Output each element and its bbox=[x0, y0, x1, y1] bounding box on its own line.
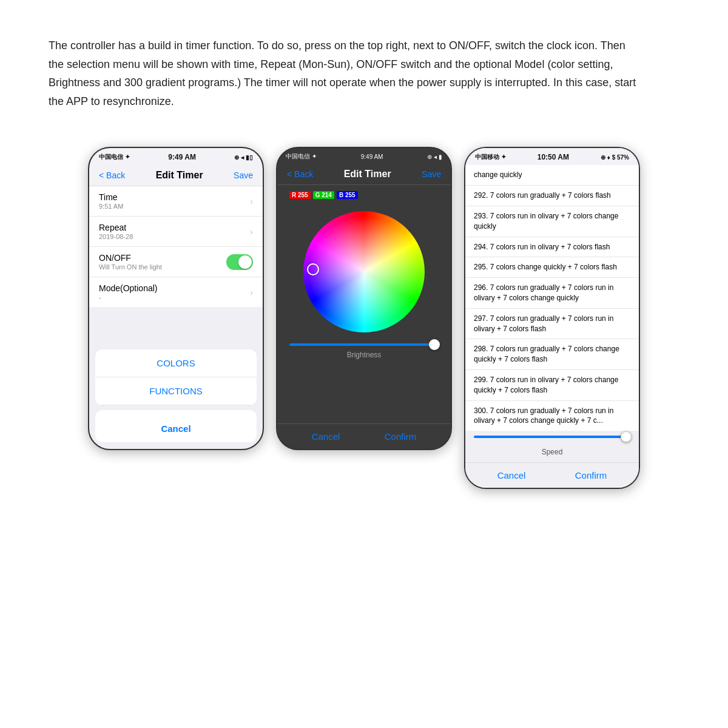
program-item-300[interactable]: 300. 7 colors run gradually + 7 colors r… bbox=[465, 401, 639, 431]
phone3-speed-section: Speed bbox=[465, 431, 639, 462]
phone2-time: 9:49 AM bbox=[361, 153, 383, 160]
phone3-confirm-button[interactable]: Confirm bbox=[575, 470, 607, 480]
phone1-time-arrow: › bbox=[250, 197, 253, 206]
phones-container: 中国电信 ✦ 9:49 AM ⊕ ◂ ▮▯ < Back Edit Timer … bbox=[49, 147, 679, 489]
phone2-cancel-button[interactable]: Cancel bbox=[312, 431, 340, 442]
phone2-confirm-button[interactable]: Confirm bbox=[385, 431, 417, 442]
phone1-time: 9:49 AM bbox=[168, 153, 196, 161]
phone1: 中国电信 ✦ 9:49 AM ⊕ ◂ ▮▯ < Back Edit Timer … bbox=[88, 147, 264, 450]
phone1-onoff-label: ON/OFF bbox=[99, 253, 162, 263]
phone1-spacer2 bbox=[89, 319, 263, 331]
description-text: The controller has a build in timer func… bbox=[49, 36, 643, 110]
program-item-297[interactable]: 297. 7 colors run gradually + 7 colors r… bbox=[465, 309, 639, 340]
program-item-294[interactable]: 294. 7 colors run in olivary + 7 colors … bbox=[465, 237, 639, 258]
phone1-mode-arrow: › bbox=[250, 288, 253, 297]
phone1-carrier: 中国电信 ✦ bbox=[99, 153, 130, 161]
phone1-onoff-sublabel: Will Turn ON the light bbox=[99, 263, 162, 271]
phone2-footer: Cancel Confirm bbox=[277, 423, 451, 449]
phone3-icons: ⊕ ♦ $ 57% bbox=[601, 154, 629, 161]
phone1-toggle[interactable] bbox=[226, 254, 253, 270]
phone3-status-bar: 中国移动 ✦ 10:50 AM ⊕ ♦ $ 57% bbox=[465, 148, 639, 165]
phone2-r-badge: R 255 bbox=[289, 191, 311, 199]
phone3-carrier: 中国移动 ✦ bbox=[475, 153, 506, 161]
phone1-onoff-row[interactable]: ON/OFF Will Turn ON the light bbox=[89, 247, 263, 277]
phone1-toggle-knob bbox=[238, 255, 252, 269]
phone1-spacer3 bbox=[89, 331, 263, 343]
phone2-color-wheel[interactable] bbox=[303, 211, 425, 332]
phone1-repeat-label: Repeat bbox=[99, 223, 133, 232]
phone2-title: Edit Timer bbox=[344, 169, 391, 180]
phone1-time-row[interactable]: Time 9:51 AM › bbox=[89, 186, 263, 217]
phone1-spacer1 bbox=[89, 307, 263, 319]
phone1-mode-value: - bbox=[99, 294, 158, 301]
phone2-icons: ⊕ ◂ ▮ bbox=[427, 153, 442, 160]
phone3-speed-thumb[interactable] bbox=[621, 431, 632, 442]
phone1-save-button[interactable]: Save bbox=[234, 170, 253, 180]
phone1-cancel-button[interactable]: Cancel bbox=[95, 415, 257, 442]
phone2-brightness-track[interactable] bbox=[289, 343, 439, 346]
program-item-295[interactable]: 295. 7 colors change quickly + 7 colors … bbox=[465, 257, 639, 278]
phone1-nav: < Back Edit Timer Save bbox=[89, 165, 263, 186]
phone2-color-cursor[interactable] bbox=[307, 263, 319, 275]
phone1-functions-option[interactable]: FUNCTIONS bbox=[95, 377, 257, 405]
phone3-time: 10:50 AM bbox=[538, 153, 569, 161]
program-item-299[interactable]: 299. 7 colors run in olivary + 7 colors … bbox=[465, 370, 639, 401]
phone2-color-wheel-wrapper[interactable] bbox=[303, 211, 425, 332]
phone3-footer: Cancel Confirm bbox=[465, 462, 639, 488]
phone3: 中国移动 ✦ 10:50 AM ⊕ ♦ $ 57% change quickly… bbox=[464, 147, 640, 489]
program-item-292[interactable]: 292. 7 colors run gradually + 7 colors f… bbox=[465, 186, 639, 206]
phone3-speed-track[interactable] bbox=[474, 436, 630, 438]
phone2: 中国电信 ✦ 9:49 AM ⊕ ◂ ▮ < Back Edit Timer S… bbox=[276, 147, 452, 450]
phone1-timer-section: Time 9:51 AM › Repeat 2019-08-28 › ON/OF… bbox=[89, 186, 263, 307]
phone2-g-badge: G 214 bbox=[313, 191, 334, 199]
phone2-picker-body: R 255 G 214 B 255 Brightness bbox=[277, 185, 451, 423]
phone2-b-badge: B 255 bbox=[337, 191, 358, 199]
phone2-brightness-section: Brightness bbox=[277, 343, 451, 363]
phone2-rgb-row: R 255 G 214 B 255 bbox=[289, 191, 358, 199]
phone1-mode-label: Mode(Optional) bbox=[99, 283, 158, 293]
phone2-brightness-thumb[interactable] bbox=[429, 339, 440, 350]
phone2-nav: < Back Edit Timer Save bbox=[277, 164, 451, 185]
phone3-speed-label: Speed bbox=[474, 448, 630, 456]
phone2-save-button[interactable]: Save bbox=[422, 169, 441, 179]
program-item-298[interactable]: 298. 7 colors run gradually + 7 colors c… bbox=[465, 339, 639, 370]
phone2-back-button[interactable]: < Back bbox=[287, 169, 313, 179]
program-item-293[interactable]: 293. 7 colors run in olivary + 7 colors … bbox=[465, 206, 639, 237]
phone1-status-bar: 中国电信 ✦ 9:49 AM ⊕ ◂ ▮▯ bbox=[89, 148, 263, 165]
phone1-repeat-row[interactable]: Repeat 2019-08-28 › bbox=[89, 217, 263, 247]
phone3-programs-body: change quickly 292. 7 colors run gradual… bbox=[465, 165, 639, 431]
phone1-colors-option[interactable]: COLORS bbox=[95, 349, 257, 377]
phone1-title: Edit Timer bbox=[156, 170, 203, 181]
phone1-time-value: 9:51 AM bbox=[99, 203, 123, 210]
phone2-status-bar: 中国电信 ✦ 9:49 AM ⊕ ◂ ▮ bbox=[277, 148, 451, 164]
program-item-0[interactable]: change quickly bbox=[465, 165, 639, 186]
phone2-carrier: 中国电信 ✦ bbox=[286, 152, 317, 161]
phone3-cancel-button[interactable]: Cancel bbox=[497, 470, 526, 480]
phone1-modal-bg: COLORS FUNCTIONS Cancel bbox=[89, 343, 263, 449]
phone1-icons: ⊕ ◂ ▮▯ bbox=[234, 154, 253, 161]
phone1-cancel-sheet: Cancel bbox=[95, 410, 257, 442]
phone1-mode-row[interactable]: Mode(Optional) - › bbox=[89, 277, 263, 307]
phone1-back-button[interactable]: < Back bbox=[99, 170, 125, 180]
phone1-repeat-value: 2019-08-28 bbox=[99, 233, 133, 240]
phone1-modal-sheet: COLORS FUNCTIONS bbox=[95, 349, 257, 405]
phone1-time-label: Time bbox=[99, 192, 123, 202]
program-item-296[interactable]: 296. 7 colors run gradually + 7 colors r… bbox=[465, 278, 639, 309]
phone2-brightness-label: Brightness bbox=[289, 351, 439, 359]
phone1-repeat-arrow: › bbox=[250, 227, 253, 237]
